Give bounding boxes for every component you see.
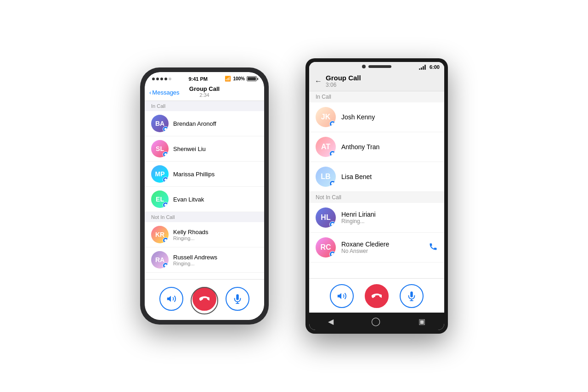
messenger-badge (329, 180, 336, 187)
android-recents-nav[interactable]: ▣ (418, 317, 425, 326)
avatar-lisa: LB (316, 167, 336, 187)
signal-dots (152, 78, 171, 80)
messenger-badge (163, 263, 169, 269)
android-screen: 6:00 ← Group Call 3:06 In Call JK Josh K… (309, 62, 444, 330)
android-contact-status-henri: Ringing... (341, 218, 376, 224)
avatar-josh: JK (316, 107, 336, 127)
iphone-home-button[interactable] (191, 287, 218, 314)
messenger-badge (329, 151, 336, 157)
messenger-badge (163, 237, 169, 243)
messenger-badge (329, 221, 336, 228)
avatar-kelly: KR (151, 226, 169, 243)
avatar-brendan: BA (151, 115, 169, 132)
contact-status-russell: Ringing... (173, 261, 217, 266)
android-in-call-header: In Call (309, 91, 444, 102)
android-speaker-grille (368, 65, 391, 68)
wifi-icon: 📶 (225, 76, 231, 82)
android-contact-henri: HL Henri Liriani Ringing... (309, 203, 444, 233)
back-button[interactable]: ‹ Messages (149, 89, 180, 95)
messenger-badge (163, 126, 169, 132)
contact-marissa: MP Marissa Phillips (145, 162, 264, 187)
android-nav-title: Group Call (326, 74, 361, 82)
battery-label: 100% (233, 76, 245, 81)
iphone-nav: ‹ Messages Group Call 2:34 (145, 84, 264, 101)
messenger-badge (329, 121, 336, 127)
iphone-content: In Call BA Brendan Aronoff SL (145, 101, 264, 279)
signal-bars (419, 64, 426, 70)
iphone-screen: 9:41 PM 📶 100% ‹ Messages Group Call 2:3… (145, 72, 264, 320)
speaker-button[interactable] (159, 287, 183, 311)
android-contact-info-henri: Henri Liriani Ringing... (341, 211, 376, 224)
messenger-badge (163, 151, 169, 157)
svg-marker-3 (338, 293, 341, 299)
android-content: In Call JK Josh Kenny AT Anthony Tr (309, 91, 444, 278)
svg-marker-0 (167, 296, 171, 302)
android-contact-name-anthony: Anthony Tran (341, 143, 379, 151)
android-camera-area (362, 65, 391, 68)
android-system-nav: ◀ ◯ ▣ (309, 313, 444, 330)
android-nav-bar: ← Group Call 3:06 (309, 72, 444, 91)
android-call-controls (309, 278, 444, 313)
iphone-status-bar: 9:41 PM 📶 100% (145, 72, 264, 84)
android-time: 6:00 (430, 64, 440, 70)
android-speaker-button[interactable] (330, 284, 354, 308)
contact-info-russell: Russell Andrews Ringing... (173, 254, 217, 266)
contact-info-kelly: Kelly Rhoads Ringing... (173, 229, 209, 241)
contact-name-russell: Russell Andrews (173, 254, 217, 261)
android-contact-name-josh: Josh Kenny (341, 113, 375, 121)
android-end-call-button[interactable] (365, 284, 389, 308)
android-contact-name-roxane: Roxane Clediere (341, 241, 389, 248)
call-back-icon[interactable] (429, 242, 438, 253)
messenger-badge (163, 202, 169, 208)
contact-status-kelly: Ringing... (173, 235, 209, 241)
android-mute-button[interactable] (400, 284, 424, 308)
contact-name-shenwei: Shenwei Liu (173, 146, 206, 152)
android-contact-josh: JK Josh Kenny (309, 102, 444, 132)
android-nav-subtitle: 3:06 (326, 82, 361, 88)
avatar-shenwei: SL (151, 140, 169, 157)
android-back-button[interactable]: ← (315, 77, 322, 85)
android-not-in-call-header: Not In Call (309, 192, 444, 203)
avatar-anthony: AT (316, 137, 336, 157)
android-nav-info: Group Call 3:06 (326, 74, 361, 88)
android-back-nav[interactable]: ◀ (328, 317, 334, 326)
mute-button[interactable] (226, 287, 249, 311)
iphone-time: 9:41 PM (188, 76, 208, 82)
android-device: 6:00 ← Group Call 3:06 In Call JK Josh K… (305, 58, 448, 334)
android-contact-name-lisa: Lisa Benet (341, 173, 372, 180)
android-contact-status-roxane: No Answer (341, 248, 389, 254)
avatar-russell: RA (151, 251, 169, 269)
in-call-section-header: In Call (145, 101, 264, 111)
android-home-nav[interactable]: ◯ (371, 316, 380, 326)
iphone-status-right: 📶 100% (225, 76, 257, 82)
android-contact-roxane: RC Roxane Clediere No Answer (309, 233, 444, 263)
not-in-call-section-header: Not In Call (145, 212, 264, 222)
contact-name-marissa: Marissa Phillips (173, 171, 215, 178)
contact-evan: EL Evan Litvak (145, 187, 264, 212)
messenger-badge (329, 251, 336, 258)
battery-icon (247, 76, 257, 81)
avatar-marissa: MP (151, 165, 169, 183)
avatar-roxane: RC (316, 237, 336, 258)
messenger-badge (163, 177, 169, 183)
android-contact-lisa: LB Lisa Benet (309, 162, 444, 192)
contact-name-evan: Evan Litvak (173, 196, 204, 203)
contact-brendan: BA Brendan Aronoff (145, 111, 264, 136)
avatar-evan: EL (151, 190, 169, 208)
android-contact-name-henri: Henri Liriani (341, 211, 376, 218)
android-contact-anthony: AT Anthony Tran (309, 132, 444, 162)
contact-russell: RA Russell Andrews Ringing... (145, 247, 264, 273)
contact-kelly: KR Kelly Rhoads Ringing... (145, 222, 264, 247)
contact-name-kelly: Kelly Rhoads (173, 229, 209, 235)
contact-name-brendan: Brendan Aronoff (173, 120, 216, 127)
avatar-henri: HL (316, 207, 336, 228)
iphone-device: 9:41 PM 📶 100% ‹ Messages Group Call 2:3… (140, 67, 269, 325)
contact-shenwei: SL Shenwei Liu (145, 136, 264, 162)
android-camera (362, 65, 366, 68)
android-contact-info-roxane: Roxane Clediere No Answer (341, 241, 389, 254)
